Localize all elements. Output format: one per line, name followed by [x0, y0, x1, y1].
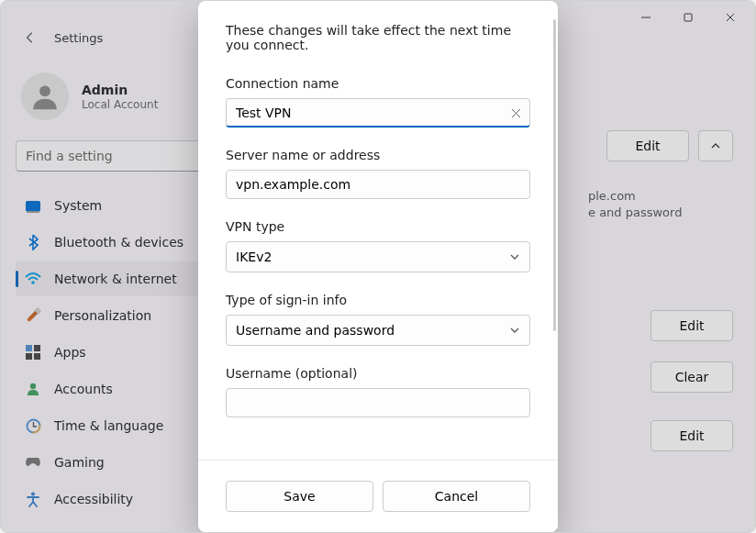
cancel-button[interactable]: Cancel: [383, 481, 530, 512]
signin-type-select[interactable]: Username and password: [226, 315, 530, 346]
server-input[interactable]: [226, 170, 530, 199]
username-input[interactable]: [226, 388, 530, 417]
connection-name-input[interactable]: [226, 98, 530, 128]
chevron-down-icon: [509, 251, 520, 262]
connection-name-label: Connection name: [226, 76, 530, 91]
scrollbar[interactable]: [553, 19, 556, 331]
vpn-type-label: VPN type: [226, 219, 530, 234]
vpn-type-select[interactable]: IKEv2: [226, 241, 530, 272]
edit-vpn-dialog: These changes will take effect the next …: [198, 1, 558, 532]
signin-type-label: Type of sign-in info: [226, 293, 530, 307]
chevron-down-icon: [509, 325, 520, 336]
save-button[interactable]: Save: [226, 481, 373, 512]
server-label: Server name or address: [226, 148, 530, 162]
username-label: Username (optional): [226, 366, 530, 381]
clear-input-icon[interactable]: [508, 105, 523, 120]
dialog-notice: These changes will take effect the next …: [226, 23, 530, 52]
